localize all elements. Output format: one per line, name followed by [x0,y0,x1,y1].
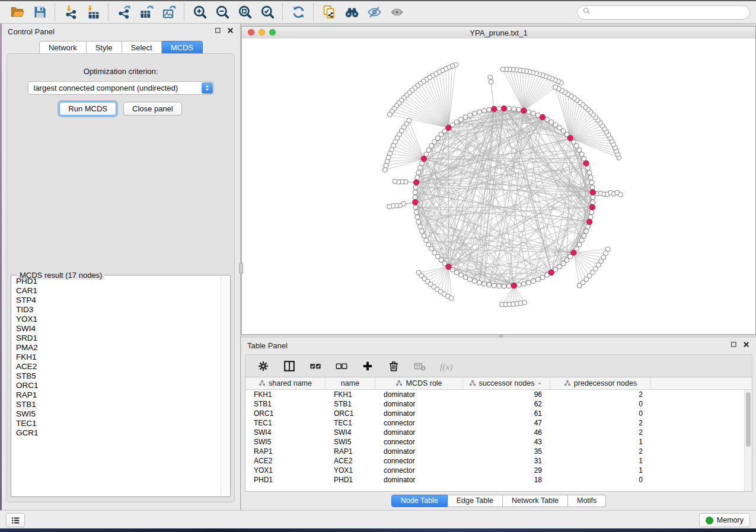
mcds-list-scrollbar[interactable] [221,277,229,495]
memory-button[interactable]: Memory [699,513,750,527]
show-panels-list-button[interactable] [6,513,25,527]
column-label: name [341,379,359,387]
add-column-button[interactable] [361,359,375,373]
mcds-result-item[interactable]: SWI4 [12,324,221,334]
clone-network-button[interactable] [318,3,340,22]
column-header-name[interactable]: name [326,377,375,389]
mcds-result-item[interactable]: PHD1 [12,277,221,286]
table-row[interactable]: SWI4SWI4dominator462 [245,428,752,437]
column-pane-button[interactable] [282,359,296,373]
tab-motifs[interactable]: Motifs [568,495,606,507]
zoom-in-button[interactable] [189,3,211,22]
mcds-result-item[interactable]: GCR1 [12,428,221,438]
tab-network-table[interactable]: Network Table [503,495,568,507]
tab-edge-table[interactable]: Edge Table [448,495,503,507]
mcds-result-item[interactable]: SRD1 [12,334,221,343]
column-header-successor-nodes[interactable]: successor nodes [463,377,550,389]
search-box[interactable] [577,5,750,20]
cell: FKH1 [245,390,326,399]
optimization-criterion-select[interactable]: largest connected component (undirected) [28,81,214,95]
cell: ACE2 [326,456,375,466]
zoom-selected-button[interactable] [256,3,279,22]
table-scrollbar-thumb[interactable] [746,392,751,447]
mcds-result-list[interactable]: PHD1CAR1STP4TID3YOX1SWI4SRD1PMA2FKH1ACE2… [12,277,221,495]
export-table-button[interactable] [135,3,158,22]
refresh-button[interactable] [287,3,310,22]
mcds-result-item[interactable]: TEC1 [12,419,221,428]
control-panel: Control Panel NetworkStyleSelectMCDS Opt… [2,24,241,511]
cell: 0 [550,475,651,485]
mcds-result-item[interactable]: RAP1 [12,390,221,400]
zoom-fit-button[interactable] [234,3,256,22]
table-row[interactable]: ORC1ORC1dominator610 [245,409,752,418]
settings-gear-button[interactable] [256,359,270,373]
cell: dominator [375,399,463,409]
close-panel-button[interactable]: Close panel [123,102,182,116]
import-network-button[interactable] [59,3,82,22]
import-table-button[interactable] [82,3,104,22]
tab-select[interactable]: Select [122,41,162,55]
list-bullets-icon [11,515,21,525]
save-session-icon [32,4,48,20]
export-network-icon [116,4,132,20]
cell: PHD1 [326,475,375,485]
float-panel-icon[interactable] [730,341,738,350]
save-session-button[interactable] [28,3,51,22]
close-window-light[interactable] [248,29,254,36]
delete-column-button[interactable] [387,359,401,373]
zoom-fit-icon [237,4,253,20]
table-row[interactable]: ACE2ACE2connector311 [245,456,752,466]
column-header-MCDS-role[interactable]: MCDS role [375,377,463,389]
search-input[interactable] [594,8,745,17]
mcds-result-item[interactable]: ORC1 [12,381,221,390]
mcds-result-item[interactable]: CAR1 [12,286,221,296]
table-row[interactable]: TEC1TEC1connector472 [245,418,752,428]
mcds-result-item[interactable]: ACE2 [12,362,221,371]
run-mcds-button[interactable]: Run MCDS [59,102,116,116]
column-header-predecessor-nodes[interactable]: predecessor nodes [550,377,651,389]
vertical-splitter-handle[interactable] [239,263,243,274]
search-window-button[interactable] [340,3,363,22]
import-table-icon [85,4,101,20]
mcds-result-item[interactable]: STB1 [12,400,221,409]
mcds-result-item[interactable]: SWI5 [12,409,221,419]
mcds-result-item[interactable]: PMA2 [12,343,221,352]
table-header-row: shared namenameMCDS rolesuccessor nodesp… [245,377,752,390]
select-all-button[interactable] [308,359,323,373]
mcds-result-item[interactable]: TID3 [12,305,221,315]
table-row[interactable]: STB1STB1dominator620 [245,399,752,409]
cell: SWI5 [245,437,326,447]
tab-mcds[interactable]: MCDS [162,41,203,55]
table-row[interactable]: YOX1YOX1connector291 [245,466,752,475]
zoom-out-button[interactable] [211,3,234,22]
export-image-button[interactable] [158,3,180,22]
cell: 62 [463,399,550,409]
maximize-window-light[interactable] [269,29,276,36]
table-row[interactable]: PHD1PHD1dominator180 [245,475,752,485]
table-row[interactable]: SWI5SWI5connector431 [245,437,752,447]
export-network-button[interactable] [113,3,135,22]
mcds-result-item[interactable]: STP4 [12,296,221,305]
mcds-result-item[interactable]: YOX1 [12,315,221,324]
tab-node-table[interactable]: Node Table [391,495,448,507]
memory-label: Memory [717,516,744,524]
minimize-window-light[interactable] [259,29,265,36]
close-panel-icon[interactable] [227,27,234,36]
float-panel-icon[interactable] [214,27,222,36]
tab-network[interactable]: Network [39,41,87,55]
table-scrollbar[interactable] [744,390,752,491]
mcds-result-item[interactable]: STB5 [12,371,221,381]
tab-style[interactable]: Style [87,41,122,55]
network-canvas[interactable] [242,39,755,334]
tree-icon [564,380,571,387]
table-row[interactable]: FKH1FKH1dominator962 [245,390,752,399]
column-pane-icon [283,360,296,373]
open-file-button[interactable] [6,3,28,22]
hide-details-eye-button[interactable] [363,3,385,22]
column-header-shared-name[interactable]: shared name [245,377,326,389]
mcds-result-item[interactable]: FKH1 [12,352,221,362]
table-row[interactable]: RAP1RAP1dominator352 [245,447,752,456]
mcds-result-group: MCDS result (17 nodes) PHD1CAR1STP4TID3Y… [11,275,231,497]
close-panel-icon[interactable] [742,341,750,350]
deselect-all-button[interactable] [334,359,349,373]
